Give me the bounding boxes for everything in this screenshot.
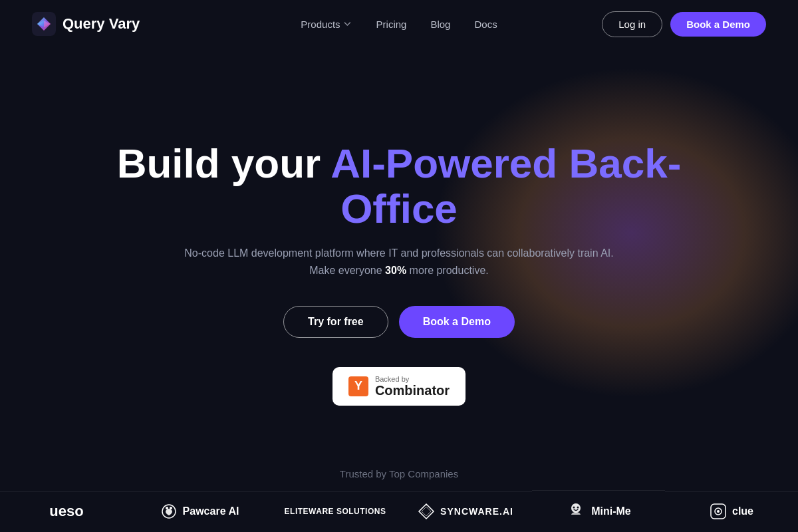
trusted-label: Trusted by Top Companies xyxy=(0,468,798,479)
logo-clue: clue xyxy=(665,491,798,531)
logo-syncware: SYNCWARE.AI xyxy=(399,491,532,531)
hero-title: Build your AI-Powered Back-Office xyxy=(113,141,685,231)
syncware-icon xyxy=(418,503,435,520)
svg-point-9 xyxy=(717,510,720,513)
nav-links: Products Pricing Blog Docs xyxy=(301,19,497,30)
nav-blog[interactable]: Blog xyxy=(430,19,450,30)
logo-text: Query Vary xyxy=(63,15,140,33)
svg-point-4 xyxy=(571,503,581,513)
logo-minime: Mini-Me xyxy=(532,490,665,532)
yc-text: Backed by Combinator xyxy=(375,375,450,398)
yc-badge: Y Backed by Combinator xyxy=(332,367,466,406)
nav-actions: Log in Book a Demo xyxy=(602,11,766,37)
book-demo-hero-button[interactable]: Book a Demo xyxy=(399,306,515,338)
minime-icon xyxy=(566,501,586,521)
logo-eliteware: ELITEWARE SOLUTIONS xyxy=(266,491,399,531)
pawcare-icon xyxy=(160,503,178,520)
hero-cta-group: Try for free Book a Demo xyxy=(283,306,515,338)
yc-logo-icon: Y xyxy=(348,376,368,396)
logo-link[interactable]: Query Vary xyxy=(32,12,140,36)
logo-ueso: ueso xyxy=(0,491,133,531)
logo-icon xyxy=(32,12,56,36)
svg-point-6 xyxy=(577,507,579,509)
try-free-button[interactable]: Try for free xyxy=(283,306,388,338)
nav-products[interactable]: Products xyxy=(301,19,352,30)
hero-section: Build your AI-Powered Back-Office No-cod… xyxy=(0,48,798,406)
login-button[interactable]: Log in xyxy=(602,11,662,37)
clue-icon xyxy=(710,503,727,520)
hero-subtitle: No-code LLM development platform where I… xyxy=(173,245,625,279)
trusted-section: Trusted by Top Companies ueso Pawcare AI… xyxy=(0,455,798,532)
chevron-down-icon xyxy=(343,19,352,29)
svg-point-2 xyxy=(166,507,168,509)
svg-point-5 xyxy=(573,507,575,509)
navbar: Query Vary Products Pricing Blog Docs Lo… xyxy=(0,0,798,48)
trusted-logos-row: ueso Pawcare AI ELITEWARE SOLUTIONS xyxy=(0,490,798,532)
logo-pawcare: Pawcare AI xyxy=(133,491,266,531)
svg-point-3 xyxy=(170,507,172,509)
nav-pricing[interactable]: Pricing xyxy=(376,19,407,30)
book-demo-nav-button[interactable]: Book a Demo xyxy=(670,12,766,37)
nav-docs[interactable]: Docs xyxy=(474,19,497,30)
